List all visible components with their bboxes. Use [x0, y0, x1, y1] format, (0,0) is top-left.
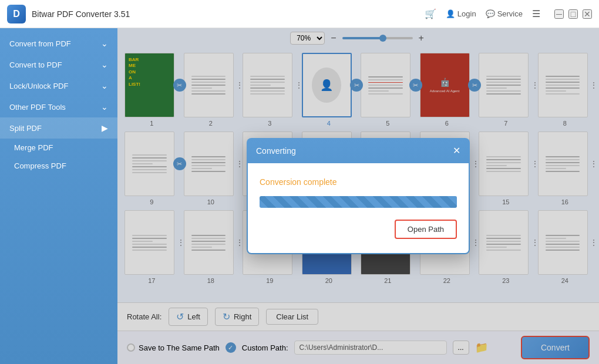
arrow-right-icon: ▶	[102, 123, 108, 133]
cart-icon[interactable]: 🛒	[425, 8, 436, 19]
converting-dialog: Converting ✕ Conversion complete Open Pa…	[247, 138, 470, 254]
sidebar-item-lock-unlock[interactable]: Lock/Unlock PDF ⌄	[0, 75, 117, 96]
sidebar-item-other-tools[interactable]: Other PDF Tools ⌄	[0, 96, 117, 117]
chevron-icon: ⌄	[101, 81, 108, 90]
dialog-close-button[interactable]: ✕	[453, 145, 460, 156]
main-layout: Convert from PDF ⌄ Convert to PDF ⌄ Lock…	[0, 28, 599, 364]
minimize-button[interactable]: ─	[554, 9, 564, 19]
sidebar-item-split-pdf[interactable]: Split PDF ▶	[0, 117, 117, 139]
dialog-title: Converting	[256, 146, 296, 156]
login-button[interactable]: 👤 Login	[446, 9, 476, 18]
dialog-overlay: Converting ✕ Conversion complete Open Pa…	[117, 28, 599, 364]
progress-fill	[260, 196, 457, 208]
app-logo: D	[7, 5, 26, 23]
dialog-header: Converting ✕	[247, 138, 470, 163]
chevron-icon: ⌄	[101, 60, 108, 69]
sidebar-item-convert-to[interactable]: Convert to PDF ⌄	[0, 54, 117, 75]
sidebar-item-convert-from[interactable]: Convert from PDF ⌄	[0, 33, 117, 54]
chevron-icon: ⌄	[101, 39, 108, 48]
dialog-body: Conversion complete Open Path	[248, 163, 469, 253]
content-area: 70% − + BARMEONALIST! ✂ 1	[117, 28, 599, 364]
progress-bar	[260, 196, 457, 208]
user-icon: 👤	[446, 9, 455, 18]
window-controls: ─ □ ✕	[554, 9, 592, 19]
chevron-icon: ⌄	[101, 102, 108, 112]
chat-icon: 💬	[486, 9, 495, 18]
title-bar: D Bitwar PDF Converter 3.51 🛒 👤 Login 💬 …	[0, 0, 599, 28]
app-title: Bitwar PDF Converter 3.51	[32, 9, 425, 19]
sidebar-item-compress-pdf[interactable]: Compress PDF	[0, 157, 117, 175]
maximize-button[interactable]: □	[568, 9, 578, 19]
service-button[interactable]: 💬 Service	[486, 9, 523, 18]
sidebar-item-merge-pdf[interactable]: Merge PDF	[0, 139, 117, 157]
conversion-status: Conversion complete	[260, 177, 457, 187]
close-button[interactable]: ✕	[583, 9, 592, 19]
menu-icon[interactable]: ☰	[532, 8, 540, 19]
open-path-button[interactable]: Open Path	[395, 220, 457, 239]
title-bar-actions: 🛒 👤 Login 💬 Service ☰ ─ □ ✕	[425, 8, 592, 19]
sidebar: Convert from PDF ⌄ Convert to PDF ⌄ Lock…	[0, 28, 117, 364]
